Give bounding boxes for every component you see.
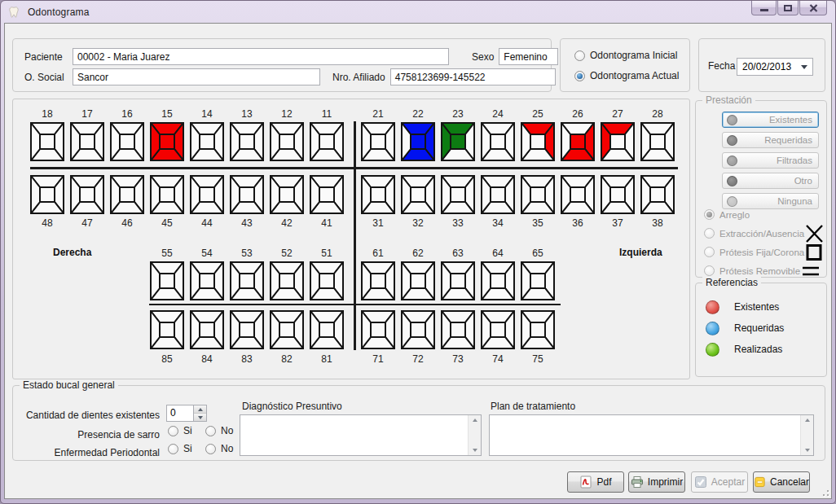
sarro-no-option[interactable]: No — [205, 425, 233, 436]
tooth-38[interactable] — [640, 175, 675, 214]
periodontal-si-radio[interactable] — [168, 444, 178, 454]
resize-grip[interactable] — [821, 488, 829, 496]
cancelar-button[interactable]: Cancelar — [753, 471, 810, 493]
spinner-up-button[interactable] — [194, 405, 206, 414]
tooth-73[interactable] — [441, 310, 475, 349]
tooth-75[interactable] — [521, 310, 555, 349]
tooth-54[interactable] — [190, 261, 224, 300]
tooth-85[interactable] — [150, 310, 184, 349]
prestacion-radio-extracción-ausencia[interactable]: Extracción/Ausencia — [704, 224, 821, 243]
spinner-down-button[interactable] — [194, 414, 206, 421]
prestacion-button-filtradas[interactable]: Filtradas — [722, 152, 819, 169]
tooth-18[interactable] — [30, 122, 64, 161]
tooth-16[interactable] — [110, 122, 144, 161]
sarro-si-option[interactable]: Si — [168, 425, 192, 436]
tooth-28[interactable] — [640, 122, 675, 161]
tooth-81[interactable] — [310, 310, 344, 349]
paciente-input[interactable]: 00002 - Maria Juarez — [73, 48, 449, 65]
tooth-55[interactable] — [150, 261, 184, 300]
tooth-53[interactable] — [230, 261, 264, 300]
close-button[interactable] — [799, 1, 827, 15]
tooth-83[interactable] — [230, 310, 264, 349]
tooth-51[interactable] — [310, 261, 344, 300]
prestacion-button-existentes[interactable]: Existentes — [722, 112, 819, 128]
tooth-22[interactable] — [401, 122, 435, 161]
sexo-input[interactable]: Femenino — [499, 48, 558, 65]
tooth-13[interactable] — [230, 122, 264, 161]
tooth-44[interactable] — [190, 175, 224, 214]
tooth-33[interactable] — [441, 175, 475, 214]
tooth-26[interactable] — [561, 122, 595, 161]
tooth-31[interactable] — [361, 175, 395, 214]
odontograma-inicial-option[interactable]: Odontograma Inicial — [574, 50, 677, 61]
plan-textarea[interactable] — [490, 415, 799, 455]
prestacion-radio-prótesis-fija-corona[interactable]: Prótesis Fija/Corona — [704, 243, 821, 261]
prestacion-group: Prestación ExistentesRequeridasFiltradas… — [695, 100, 827, 278]
tooth-82[interactable] — [270, 310, 304, 349]
tooth-52[interactable] — [270, 261, 304, 300]
osocial-input[interactable]: Sancor — [73, 68, 320, 85]
maximize-button[interactable] — [777, 1, 799, 15]
tooth-24[interactable] — [481, 122, 515, 161]
tooth-34[interactable] — [481, 175, 515, 214]
tooth-45[interactable] — [150, 175, 184, 214]
tooth-65[interactable] — [521, 261, 555, 300]
plan-scrollbar[interactable] — [800, 415, 813, 455]
tooth-17[interactable] — [70, 122, 104, 161]
tooth-number-61: 61 — [361, 248, 395, 259]
periodontal-si-option[interactable]: Si — [168, 443, 192, 454]
periodontal-label: Enfermedad Periodontal — [55, 447, 160, 458]
tooth-62[interactable] — [401, 261, 435, 300]
radio-button[interactable] — [704, 228, 715, 239]
prestacion-button-requeridas[interactable]: Requeridas — [722, 132, 819, 148]
radio-button[interactable] — [704, 209, 715, 220]
odontograma-actual-radio[interactable] — [574, 71, 585, 81]
tooth-61[interactable] — [361, 261, 395, 300]
afiliado-input[interactable]: 4758123699-145522 — [390, 68, 556, 85]
tooth-14[interactable] — [190, 122, 224, 161]
tooth-25[interactable] — [521, 122, 555, 161]
tooth-72[interactable] — [401, 310, 435, 349]
odontograma-inicial-radio[interactable] — [574, 50, 585, 61]
tooth-42[interactable] — [270, 175, 304, 214]
tooth-36[interactable] — [561, 175, 595, 214]
tooth-48[interactable] — [30, 175, 64, 214]
tooth-63[interactable] — [441, 261, 475, 300]
radio-button[interactable] — [704, 265, 715, 276]
tooth-32[interactable] — [401, 175, 435, 214]
odontograma-actual-option[interactable]: Odontograma Actual — [574, 70, 679, 81]
diagnostico-scrollbar[interactable] — [468, 415, 481, 455]
radio-button[interactable] — [704, 247, 715, 257]
tooth-43[interactable] — [230, 175, 264, 214]
tooth-12[interactable] — [270, 122, 304, 161]
pdf-button[interactable]: Pdf — [567, 471, 624, 493]
cantidad-spinner[interactable]: 0 — [166, 405, 207, 422]
prestacion-button-otro[interactable]: Otro — [722, 173, 819, 189]
tooth-15[interactable] — [150, 122, 184, 161]
minimize-button[interactable] — [751, 1, 777, 15]
tooth-27[interactable] — [601, 122, 635, 161]
fecha-combobox[interactable]: 20/02/2013 — [737, 58, 813, 76]
tooth-46[interactable] — [110, 175, 144, 214]
prestacion-radio-arreglo[interactable]: Arreglo — [704, 205, 821, 224]
tooth-11[interactable] — [310, 122, 344, 161]
diagnostico-textarea[interactable] — [240, 415, 467, 455]
title-bar[interactable]: Odontograma — [1, 1, 835, 23]
cantidad-value[interactable]: 0 — [166, 405, 193, 422]
tooth-84[interactable] — [190, 310, 224, 349]
tooth-71[interactable] — [361, 310, 395, 349]
periodontal-no-option[interactable]: No — [205, 443, 233, 454]
imprimir-button[interactable]: Imprimir — [628, 471, 685, 493]
tooth-23[interactable] — [441, 122, 475, 161]
periodontal-no-radio[interactable] — [205, 444, 216, 454]
tooth-64[interactable] — [481, 261, 515, 300]
tooth-47[interactable] — [70, 175, 104, 214]
aceptar-button[interactable]: Aceptar — [691, 471, 748, 493]
sarro-si-radio[interactable] — [168, 426, 178, 436]
tooth-74[interactable] — [481, 310, 515, 349]
tooth-35[interactable] — [521, 175, 555, 214]
sarro-no-radio[interactable] — [205, 426, 216, 436]
tooth-21[interactable] — [361, 122, 395, 161]
tooth-37[interactable] — [601, 175, 635, 214]
tooth-41[interactable] — [310, 175, 344, 214]
